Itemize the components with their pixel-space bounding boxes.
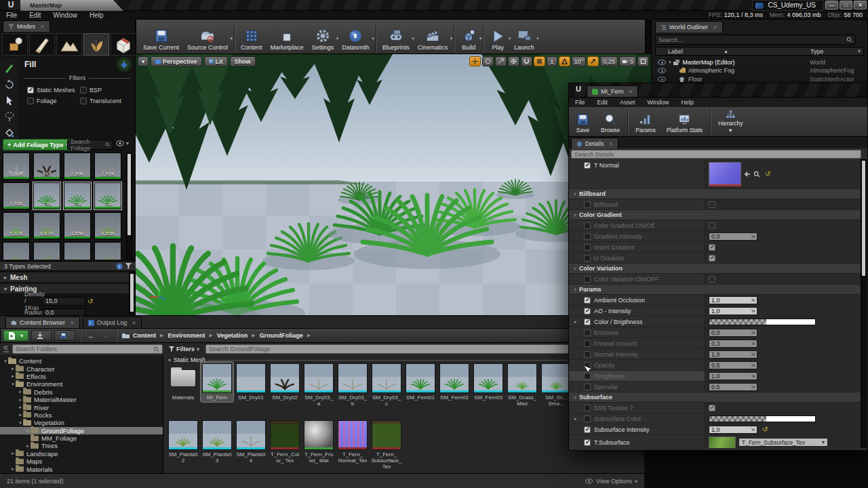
tab-world-outliner[interactable]: World Outliner✕ [655,21,723,33]
param-value-field[interactable]: 0,0⇲ [709,329,757,337]
asset-tile[interactable]: SM_Plants04 [235,419,267,465]
color-swatch[interactable] [709,415,816,422]
rotation-snap-button[interactable] [559,56,570,66]
asset-tile[interactable]: SM_Dry03_a [302,362,335,408]
asset-tile[interactable]: SM_Fern02 [438,362,471,402]
place-mode-button[interactable] [2,33,28,56]
visibility-eye-icon[interactable] [658,68,666,73]
density-field[interactable]: 15,0 [42,297,85,306]
import-button[interactable] [31,330,52,341]
blueprints-button[interactable]: Blueprints▾ [378,21,414,52]
breadcrumb-item[interactable]: Content [133,332,156,339]
tree-item-materialmaster[interactable]: ▸MaterialMaster [0,396,163,403]
color-swatch[interactable] [709,319,816,325]
asset-tile[interactable]: SM_Dry03_b [336,362,369,408]
tree-item-effects[interactable]: ▸Effects [0,373,163,380]
tab-mi-fern[interactable]: MI_Fern✕ [587,85,638,97]
perspective-button[interactable]: Perspective [151,56,202,66]
fill-tool-button[interactable] [4,127,15,138]
details-section-header[interactable]: ▾Params [569,285,863,295]
asset-tile[interactable]: SM_Grass_ Med [506,362,538,408]
save-current-button[interactable]: Save Current [139,21,183,52]
sources-toggle-icon[interactable] [3,345,9,353]
window-controls[interactable]: — □ ✕ [825,1,867,9]
param-checkbox[interactable] [709,244,715,251]
mi-browse-button[interactable]: Browse [595,108,625,135]
breadcrumb-item[interactable]: GroundFoliage [260,332,303,339]
minimize-button[interactable]: — [825,1,838,9]
paint-mode-button[interactable] [29,33,55,56]
foliage-type-thumb[interactable]: 9,67K [33,212,60,239]
build-button[interactable]: Build▾ [456,21,481,52]
subsurface-texture-thumb[interactable] [709,436,736,449]
param-checkbox[interactable] [709,255,715,262]
foliage-type-thumb[interactable]: 736 [94,182,121,209]
view-options-button[interactable]: View Options▾ [585,478,637,485]
save-all-button[interactable] [54,330,75,341]
tree-item-maps[interactable]: Maps [0,458,163,465]
visibility-eye-icon[interactable] [658,60,666,65]
foliage-type-thumb[interactable] [3,242,30,260]
details-param-row[interactable]: T.Subsurface T_Fern_Subsurface_Tex▾ [569,435,863,448]
surface-snap-button[interactable] [521,56,532,66]
tree-item-character[interactable]: ▸Character [0,365,163,372]
details-param-row[interactable]: Normal Intensity1,0⇲ [569,349,863,360]
maximize-button[interactable]: □ [840,1,852,9]
tree-item-groundfoliage[interactable]: ▸GroundFoliage [0,427,163,434]
reset-icon[interactable]: ↺ [762,426,768,433]
mi-menu-help[interactable]: Help [675,98,701,107]
details-param-row[interactable]: Roughness1,0⇲ [569,371,863,382]
details-param-row[interactable]: Fresnel Amount0,3⇲ [569,338,863,349]
details-param-row[interactable]: Ambient Occlusion1,0⇲ [569,295,863,306]
param-value-field[interactable]: 0,5⇲ [709,383,757,391]
tree-item-mm_foliage[interactable]: MM_Foliage [0,434,163,442]
breadcrumb-item[interactable]: Vegetation [217,332,248,339]
mi-menu-file[interactable]: File [569,98,591,107]
viewport-options-button[interactable]: ▾ [138,56,149,66]
outliner-row[interactable]: Atmospheric Fog AtmosphericFog [655,66,864,75]
grid-snap-button[interactable] [534,56,545,66]
visibility-eye-icon[interactable] [658,77,666,82]
details-param-row[interactable]: Specular0,5⇲ [569,382,863,392]
filter-static-meshes[interactable]: Static Meshes [27,87,76,94]
mi-menu-edit[interactable]: Edit [591,98,614,107]
world-local-toggle[interactable] [508,56,519,66]
param-value-field[interactable]: 1,0⇲ [709,296,757,304]
filter-translucent[interactable]: Translucent [80,98,129,104]
forward-button[interactable]: → [100,331,111,340]
mi-params-button[interactable]: Params [630,108,660,135]
asset-tile[interactable]: SM_Dry03_c [370,362,403,408]
param-checkbox[interactable] [709,222,715,229]
add-foliage-type-button[interactable]: +Add Foliage Type▾ [3,139,73,150]
mi-save-button[interactable]: Save [570,108,595,135]
details-param-row[interactable]: Subsurface Intensity1,0⇲↺ [569,424,863,435]
foliage-type-thumb[interactable]: 5,82K [3,212,30,239]
details-param-row[interactable]: Color Gradient ON/Off [569,220,863,231]
show-button[interactable]: Show [230,56,256,66]
asset-tile[interactable]: T_Fern_Frond_ Mat [302,419,335,465]
paint-tool-button[interactable] [4,62,15,73]
datasmith-button[interactable]: Datasmith▾ [338,21,374,52]
maximize-viewport-button[interactable] [637,56,649,66]
mi-platform-stats-button[interactable]: Platform Stats [661,108,708,135]
lit-button[interactable]: Lit [204,56,228,66]
search-folders-input[interactable]: Search Folders [12,344,163,354]
reset-icon[interactable]: ↺ [87,298,93,305]
details-param-row[interactable]: Invert Gradient [569,242,863,253]
source-control-button[interactable]: Source Control▾ [183,21,232,52]
back-button[interactable]: ← [85,331,97,340]
param-checkbox[interactable] [709,201,715,208]
mi-menu-window[interactable]: Window [642,98,675,107]
details-param-row[interactable]: U Gradient [569,253,863,264]
param-checkbox[interactable] [709,276,715,283]
asset-tile[interactable]: SM_Dry01 [235,362,267,402]
tab-details[interactable]: i Details✕ [571,138,618,149]
content-button[interactable]: Content [237,21,267,52]
details-search-input[interactable]: Search Details [571,150,861,159]
settings-button[interactable]: Settings▾ [308,21,338,52]
menu-file[interactable]: File [0,12,23,19]
details-param-row[interactable]: ▸Subsurface Color [569,413,863,424]
details-param-row[interactable]: Billboard [569,199,863,210]
foliage-type-thumb[interactable]: 3,85K [64,212,91,239]
browse-to-icon[interactable] [753,171,760,178]
